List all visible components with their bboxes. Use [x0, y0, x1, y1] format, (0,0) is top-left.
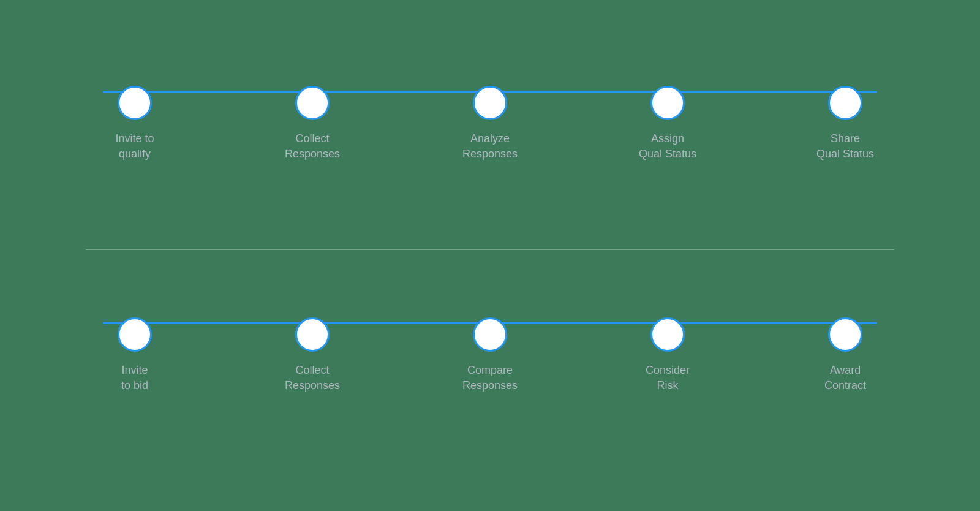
step-1[interactable]: Collect Responses [263, 86, 361, 162]
step-circle-4 [828, 317, 862, 352]
step-circle-0 [118, 317, 152, 352]
step-circle-3 [650, 317, 685, 352]
bid-management-timeline: Invite to bidCollect ResponsesCompare Re… [86, 305, 894, 393]
main-container: Invite to qualifyCollect ResponsesAnalyz… [0, 0, 980, 511]
step-0[interactable]: Invite to qualify [86, 86, 184, 162]
qualification-section: Invite to qualifyCollect ResponsesAnalyz… [86, 37, 894, 243]
section-divider [86, 249, 894, 250]
step-label-0: Invite to qualify [115, 131, 154, 162]
step-label-0: Invite to bid [121, 363, 148, 393]
step-label-1: Collect Responses [285, 131, 340, 162]
bid-management-section: Invite to bidCollect ResponsesCompare Re… [86, 256, 894, 475]
step-label-4: Share Qual Status [816, 131, 874, 162]
step-circle-1 [295, 317, 330, 352]
step-circle-2 [473, 86, 507, 120]
step-label-2: Compare Responses [462, 363, 518, 393]
step-2[interactable]: Analyze Responses [441, 86, 539, 162]
step-circle-3 [650, 86, 685, 120]
step-label-3: Consider Risk [646, 363, 690, 393]
qualification-steps: Invite to qualifyCollect ResponsesAnalyz… [86, 86, 894, 162]
step-3[interactable]: Assign Qual Status [619, 86, 717, 162]
step-4[interactable]: Share Qual Status [796, 86, 894, 162]
step-label-3: Assign Qual Status [639, 131, 696, 162]
step-circle-0 [118, 86, 152, 120]
step-1[interactable]: Collect Responses [263, 317, 361, 393]
qualification-timeline: Invite to qualifyCollect ResponsesAnalyz… [86, 74, 894, 162]
step-circle-2 [473, 317, 507, 352]
step-label-4: Award Contract [824, 363, 866, 393]
step-0[interactable]: Invite to bid [86, 317, 184, 393]
step-2[interactable]: Compare Responses [441, 317, 539, 393]
step-label-2: Analyze Responses [462, 131, 518, 162]
step-4[interactable]: Award Contract [796, 317, 894, 393]
step-circle-1 [295, 86, 330, 120]
bid-management-steps: Invite to bidCollect ResponsesCompare Re… [86, 317, 894, 393]
step-circle-4 [828, 86, 862, 120]
step-label-1: Collect Responses [285, 363, 340, 393]
step-3[interactable]: Consider Risk [619, 317, 717, 393]
